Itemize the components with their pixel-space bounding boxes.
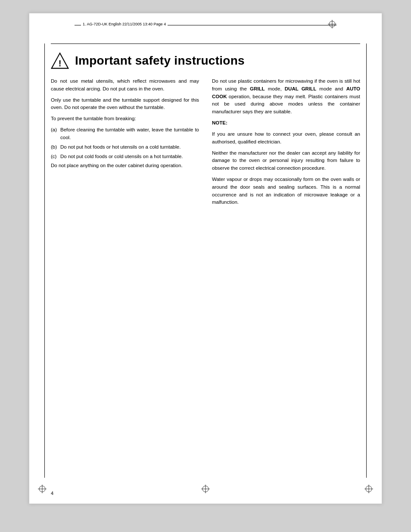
crosshair-bottom-left: [38, 485, 47, 495]
list-label-a: (a): [51, 126, 60, 142]
left-para-1: Do not use metal utensils, which reflect…: [51, 78, 199, 93]
bold-grill: GRILL: [250, 86, 265, 91]
bold-dual-grill: DUAL GRILL: [285, 86, 316, 91]
top-rule: [51, 44, 360, 44]
crosshair-bottom-right: [364, 485, 373, 495]
svg-text:!: !: [59, 59, 62, 68]
page-number: 4: [51, 491, 53, 496]
right-para-1: Do not use plastic containers for microw…: [212, 78, 360, 116]
right-note-label: NOTE:: [212, 119, 360, 127]
left-list-item-c: (c) Do not put cold foods or cold utensi…: [51, 153, 199, 161]
right-column: Do not use plastic containers for microw…: [212, 78, 360, 210]
left-column: Do not use metal utensils, which reflect…: [51, 78, 199, 210]
title-area: ! Important safety instructions: [51, 52, 360, 70]
left-list-item-b: (b) Do not put hot foods or hot utensils…: [51, 143, 199, 151]
crosshair-bottom-center: [201, 485, 210, 495]
page-title: Important safety instructions: [75, 54, 245, 68]
left-para-2: Only use the turntable and the turntable…: [51, 96, 199, 112]
list-text-a: Before cleaning the turntable with water…: [60, 126, 199, 142]
right-para-3: If you are unsure how to connect your ov…: [212, 131, 360, 146]
warning-icon: !: [51, 52, 69, 70]
document-page: 1. AG-72D-UK English 22/11/2005 13:40 Pa…: [29, 13, 382, 504]
content-columns: Do not use metal utensils, which reflect…: [51, 78, 360, 210]
right-para-5: Water vapour or drops may occasionally f…: [212, 176, 360, 206]
list-text-b: Do not put hot foods or hot utensils on …: [60, 143, 199, 151]
list-text-c: Do not put cold foods or cold utensils o…: [60, 153, 199, 161]
note-bold-text: NOTE:: [212, 120, 227, 125]
left-list-item-a: (a) Before cleaning the turntable with w…: [51, 126, 199, 142]
list-label-c: (c): [51, 153, 60, 161]
print-info: 1. AG-72D-UK English 22/11/2005 13:40 Pa…: [81, 22, 168, 26]
margin-line-left: [44, 44, 45, 478]
list-label-b: (b): [51, 143, 60, 151]
margin-line-right: [366, 44, 367, 478]
right-para-4: Neither the manufacturer nor the dealer …: [212, 149, 360, 172]
crosshair-top-right: [328, 20, 336, 30]
left-para-3: To prevent the turntable from breaking:: [51, 115, 199, 123]
left-para-last: Do not place anything on the outer cabin…: [51, 162, 199, 170]
